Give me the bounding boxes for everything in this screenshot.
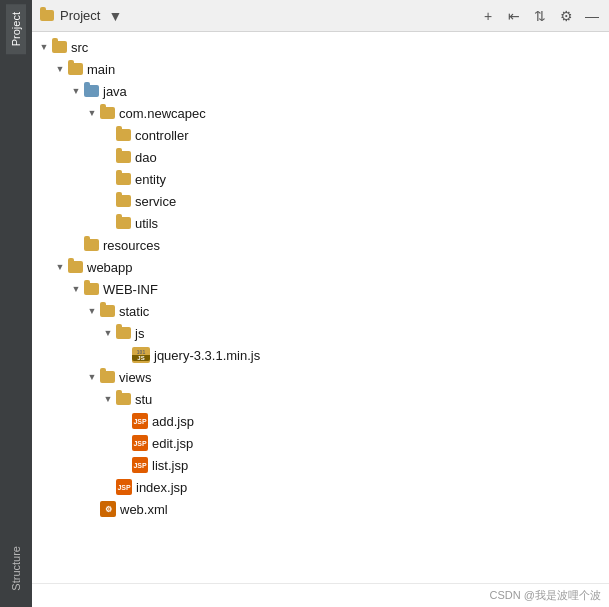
tree-item-label: dao bbox=[135, 150, 157, 165]
tree-arrow bbox=[52, 259, 68, 275]
folder-icon bbox=[116, 195, 131, 207]
tree-item-label: src bbox=[71, 40, 88, 55]
jsp-file-icon: JSP bbox=[132, 457, 148, 473]
tree-item-label: webapp bbox=[87, 260, 133, 275]
sidebar-tab-structure-label: Structure bbox=[10, 546, 22, 591]
settings-icon[interactable]: ⚙ bbox=[557, 7, 575, 25]
sidebar-tab-project-label: Project bbox=[10, 12, 22, 46]
folder-icon bbox=[116, 393, 131, 405]
sync-icon[interactable]: ⇅ bbox=[531, 7, 549, 25]
tree-item-label: stu bbox=[135, 392, 152, 407]
file-tree: srcmainjavacom.newcapeccontrollerdaoenti… bbox=[32, 32, 609, 583]
folder-icon bbox=[68, 63, 83, 75]
js-file-icon: 101JS bbox=[132, 347, 150, 363]
tree-item-js[interactable]: js bbox=[32, 322, 609, 344]
tree-item-add.jsp[interactable]: JSPadd.jsp bbox=[32, 410, 609, 432]
sidebar-tab-structure[interactable]: Structure bbox=[6, 538, 26, 599]
tree-item-dao[interactable]: dao bbox=[32, 146, 609, 168]
folder-icon bbox=[116, 151, 131, 163]
tree-arrow bbox=[36, 39, 52, 55]
folder-icon bbox=[100, 305, 115, 317]
tree-arrow bbox=[84, 303, 100, 319]
tree-item-label: list.jsp bbox=[152, 458, 188, 473]
left-sidebar: Project Structure bbox=[0, 0, 32, 607]
minimize-icon[interactable]: — bbox=[583, 7, 601, 25]
jsp-file-icon: JSP bbox=[132, 435, 148, 451]
tree-item-edit.jsp[interactable]: JSPedit.jsp bbox=[32, 432, 609, 454]
source-folder-icon bbox=[84, 85, 99, 97]
folder-icon bbox=[84, 283, 99, 295]
tree-item-label: jquery-3.3.1.min.js bbox=[154, 348, 260, 363]
sidebar-tab-project[interactable]: Project bbox=[6, 4, 26, 54]
tree-arrow bbox=[68, 83, 84, 99]
toolbar: Project ▼ + ⇤ ⇅ ⚙ — bbox=[32, 0, 609, 32]
folder-icon bbox=[68, 261, 83, 273]
tree-item-static[interactable]: static bbox=[32, 300, 609, 322]
toolbar-title: Project bbox=[60, 8, 100, 23]
xml-file-icon: ⚙ bbox=[100, 501, 116, 517]
collapse-icon[interactable]: ⇤ bbox=[505, 7, 523, 25]
tree-item-controller[interactable]: controller bbox=[32, 124, 609, 146]
tree-item-com.newcapec[interactable]: com.newcapec bbox=[32, 102, 609, 124]
tree-item-label: index.jsp bbox=[136, 480, 187, 495]
tree-item-label: service bbox=[135, 194, 176, 209]
folder-icon bbox=[116, 129, 131, 141]
tree-item-label: controller bbox=[135, 128, 188, 143]
tree-arrow bbox=[68, 281, 84, 297]
tree-item-label: java bbox=[103, 84, 127, 99]
tree-item-src[interactable]: src bbox=[32, 36, 609, 58]
tree-item-service[interactable]: service bbox=[32, 190, 609, 212]
tree-arrow bbox=[100, 325, 116, 341]
toolbar-right: + ⇤ ⇅ ⚙ — bbox=[479, 7, 601, 25]
tree-item-jquery-3.3.1.min.js[interactable]: 101JSjquery-3.3.1.min.js bbox=[32, 344, 609, 366]
tree-item-resources[interactable]: resources bbox=[32, 234, 609, 256]
tree-item-label: utils bbox=[135, 216, 158, 231]
tree-item-label: static bbox=[119, 304, 149, 319]
tree-arrow bbox=[52, 61, 68, 77]
folder-icon bbox=[116, 327, 131, 339]
tree-item-label: com.newcapec bbox=[119, 106, 206, 121]
tree-item-label: edit.jsp bbox=[152, 436, 193, 451]
folder-icon bbox=[116, 217, 131, 229]
tree-item-utils[interactable]: utils bbox=[32, 212, 609, 234]
tree-item-list.jsp[interactable]: JSPlist.jsp bbox=[32, 454, 609, 476]
toolbar-dropdown-arrow[interactable]: ▼ bbox=[106, 7, 124, 25]
tree-item-entity[interactable]: entity bbox=[32, 168, 609, 190]
project-folder-icon bbox=[40, 10, 54, 21]
watermark: CSDN @我是波哩个波 bbox=[32, 583, 609, 607]
folder-icon bbox=[84, 239, 99, 251]
tree-item-web.xml[interactable]: ⚙web.xml bbox=[32, 498, 609, 520]
tree-item-WEB-INF[interactable]: WEB-INF bbox=[32, 278, 609, 300]
tree-item-index.jsp[interactable]: JSPindex.jsp bbox=[32, 476, 609, 498]
tree-item-label: add.jsp bbox=[152, 414, 194, 429]
tree-item-stu[interactable]: stu bbox=[32, 388, 609, 410]
tree-arrow bbox=[100, 391, 116, 407]
tree-item-webapp[interactable]: webapp bbox=[32, 256, 609, 278]
tree-item-main[interactable]: main bbox=[32, 58, 609, 80]
tree-item-label: web.xml bbox=[120, 502, 168, 517]
folder-icon bbox=[100, 371, 115, 383]
jsp-file-icon: JSP bbox=[116, 479, 132, 495]
jsp-file-icon: JSP bbox=[132, 413, 148, 429]
main-content: Project ▼ + ⇤ ⇅ ⚙ — srcmainjavacom.newca… bbox=[32, 0, 609, 607]
add-icon[interactable]: + bbox=[479, 7, 497, 25]
tree-item-java[interactable]: java bbox=[32, 80, 609, 102]
tree-item-label: main bbox=[87, 62, 115, 77]
tree-item-label: WEB-INF bbox=[103, 282, 158, 297]
folder-icon bbox=[100, 107, 115, 119]
folder-icon bbox=[52, 41, 67, 53]
tree-item-label: entity bbox=[135, 172, 166, 187]
toolbar-left: Project ▼ bbox=[40, 7, 124, 25]
folder-icon bbox=[116, 173, 131, 185]
tree-item-label: js bbox=[135, 326, 144, 341]
tree-item-label: resources bbox=[103, 238, 160, 253]
watermark-text: CSDN @我是波哩个波 bbox=[490, 589, 601, 601]
tree-arrow bbox=[84, 105, 100, 121]
tree-arrow bbox=[84, 369, 100, 385]
tree-item-views[interactable]: views bbox=[32, 366, 609, 388]
tree-item-label: views bbox=[119, 370, 152, 385]
